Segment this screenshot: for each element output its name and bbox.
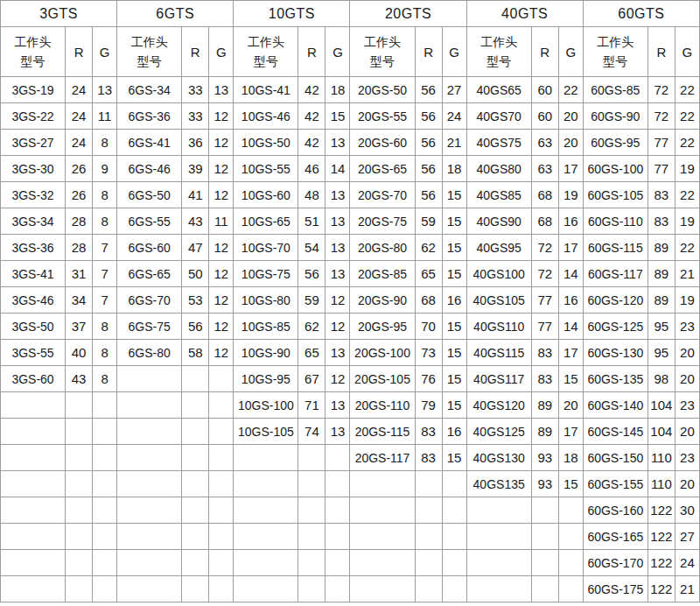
group-title: 3GTS <box>1 1 117 27</box>
g-value-cell: 12 <box>209 103 234 130</box>
g-value-cell: 13 <box>326 392 350 419</box>
r-header-cell: R <box>531 27 558 77</box>
g-value-cell: 15 <box>326 103 350 130</box>
empty-cell <box>415 497 442 524</box>
empty-cell <box>209 419 234 445</box>
table-row: 10GS-105741320GS-115831640GS125891760GS-… <box>1 419 700 445</box>
model-header-cell: 工作头型号 <box>583 27 648 77</box>
table-row: 3GS-6043810GS-95671220GS-105761540GS1178… <box>1 366 700 392</box>
empty-cell <box>93 392 117 419</box>
r-header-cell: R <box>66 27 93 77</box>
model-cell: 10GS-85 <box>234 314 298 340</box>
model-header-line2: 型号 <box>234 52 298 71</box>
g-value-cell: 12 <box>326 366 350 392</box>
model-cell: 10GS-65 <box>234 208 298 235</box>
model-cell: 40GS110 <box>466 314 531 340</box>
model-cell: 60GS-145 <box>583 419 648 445</box>
empty-cell <box>326 445 350 471</box>
model-cell: 40GS130 <box>466 445 531 471</box>
model-cell: 60GS-155 <box>583 471 648 497</box>
table-row: 3GS-322686GS-50411210GS-60481320GS-70561… <box>1 182 700 208</box>
model-cell: 40GS90 <box>466 208 531 235</box>
r-value-cell: 53 <box>182 287 209 314</box>
g-value-cell: 13 <box>326 130 350 156</box>
g-value-cell: 21 <box>675 576 699 602</box>
g-value-cell: 11 <box>209 208 234 235</box>
r-value-cell: 93 <box>531 471 558 497</box>
r-value-cell: 98 <box>648 366 675 392</box>
model-cell: 40GS105 <box>466 287 531 314</box>
g-value-cell: 13 <box>326 261 350 287</box>
g-value-cell: 19 <box>675 208 699 235</box>
empty-cell <box>558 550 583 576</box>
empty-cell <box>209 445 234 471</box>
r-value-cell: 56 <box>298 261 326 287</box>
empty-cell <box>93 524 117 550</box>
model-cell: 10GS-80 <box>234 287 298 314</box>
g-value-cell: 16 <box>442 419 466 445</box>
g-value-cell: 15 <box>442 445 466 471</box>
empty-cell <box>415 576 442 602</box>
empty-cell <box>209 576 234 602</box>
model-cell: 3GS-34 <box>1 208 66 235</box>
r-value-cell: 122 <box>648 524 675 550</box>
g-value-cell: 24 <box>442 103 466 130</box>
g-value-cell: 15 <box>442 392 466 419</box>
g-value-cell: 15 <box>442 208 466 235</box>
model-header-line1: 工作头 <box>234 32 298 52</box>
model-cell: 20GS-85 <box>350 261 415 287</box>
model-cell: 6GS-55 <box>117 208 182 235</box>
r-value-cell: 83 <box>531 366 558 392</box>
model-cell: 60GS-120 <box>583 287 648 314</box>
empty-cell <box>415 550 442 576</box>
g-value-cell: 15 <box>442 314 466 340</box>
model-cell: 60GS-90 <box>583 103 648 130</box>
empty-cell <box>531 497 558 524</box>
model-header-line2: 型号 <box>584 52 648 71</box>
g-value-cell: 22 <box>675 77 699 103</box>
empty-cell <box>209 550 234 576</box>
empty-cell <box>182 497 209 524</box>
empty-cell <box>182 550 209 576</box>
empty-cell <box>182 392 209 419</box>
spec-head: 3GTS6GTS10GTS20GTS40GTS60GTS工作头型号RG工作头型号… <box>1 1 700 77</box>
empty-cell <box>93 576 117 602</box>
empty-cell <box>209 366 234 392</box>
r-value-cell: 47 <box>182 235 209 261</box>
g-value-cell: 12 <box>209 130 234 156</box>
model-cell: 3GS-30 <box>1 156 66 182</box>
model-cell: 6GS-60 <box>117 235 182 261</box>
empty-cell <box>415 471 442 497</box>
g-value-cell: 13 <box>93 77 117 103</box>
model-cell: 20GS-65 <box>350 156 415 182</box>
empty-cell <box>531 550 558 576</box>
g-value-cell: 20 <box>558 392 583 419</box>
empty-cell <box>326 524 350 550</box>
model-header-line2: 型号 <box>467 52 531 71</box>
model-header-line2: 型号 <box>1 52 65 71</box>
empty-cell <box>415 524 442 550</box>
g-value-cell: 12 <box>209 156 234 182</box>
model-cell: 40GS135 <box>466 471 531 497</box>
spec-body: 3GS-1924136GS-34331310GS-41421820GS-5056… <box>1 77 700 602</box>
model-cell: 60GS-115 <box>583 235 648 261</box>
model-cell: 40GS65 <box>466 77 531 103</box>
r-value-cell: 62 <box>415 235 442 261</box>
g-value-cell: 7 <box>93 287 117 314</box>
empty-cell <box>234 471 298 497</box>
g-value-cell: 19 <box>675 287 699 314</box>
r-value-cell: 89 <box>648 287 675 314</box>
model-cell: 60GS-150 <box>583 445 648 471</box>
r-value-cell: 46 <box>298 156 326 182</box>
model-cell: 60GS-170 <box>583 550 648 576</box>
r-value-cell: 77 <box>648 130 675 156</box>
g-value-cell: 20 <box>675 419 699 445</box>
g-value-cell: 24 <box>675 550 699 576</box>
empty-cell <box>442 550 466 576</box>
empty-cell <box>350 497 415 524</box>
empty-cell <box>531 576 558 602</box>
empty-cell <box>117 471 182 497</box>
r-value-cell: 51 <box>298 208 326 235</box>
empty-cell <box>558 497 583 524</box>
empty-cell <box>66 550 93 576</box>
